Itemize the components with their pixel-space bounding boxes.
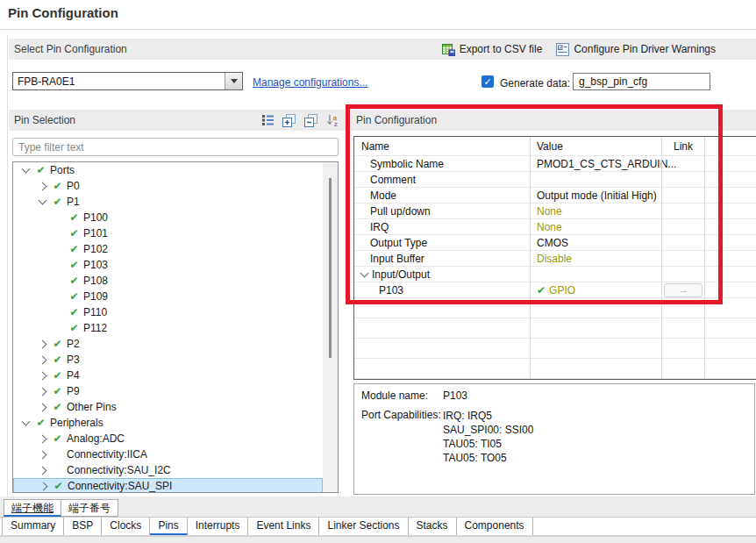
check-icon: ✔ (50, 433, 65, 444)
row-extra-cell (704, 219, 756, 234)
check-icon: ✔ (50, 402, 65, 412)
row-link-cell (661, 204, 704, 218)
tree-item-label: Analog:ADC (65, 432, 125, 445)
row-link-cell (661, 219, 704, 234)
tree-item-connectivity-sau-i2c[interactable]: Connectivity:SAU_I2C (13, 462, 323, 478)
tree-item-p0[interactable]: ✔P0 (13, 178, 323, 194)
tree-item-p4[interactable]: ✔P4 (13, 368, 323, 383)
tree-item-p2[interactable]: ✔P2 (13, 336, 323, 352)
section-label: Pin Selection (9, 114, 75, 126)
tab-pins[interactable]: Pins (150, 518, 187, 535)
row-value-cell[interactable]: None (530, 219, 661, 234)
expander (35, 468, 50, 474)
check-icon: ✔ (50, 181, 65, 191)
table-row-comment: Comment (354, 172, 756, 188)
tree-item-p1[interactable]: ✔P1 (13, 194, 323, 210)
tree-item-peripherals[interactable]: ✔Peripherals (13, 415, 323, 431)
row-value-cell[interactable]: Output mode (Initial High) (530, 188, 661, 203)
collapse-all-icon[interactable] (304, 114, 318, 127)
tree-item-other-pins[interactable]: ✔Other Pins (13, 399, 323, 415)
tree-item-p101[interactable]: ✔P101 (13, 225, 323, 241)
row-value-cell[interactable]: Disable (530, 251, 661, 266)
row-value-cell[interactable]: ✔GPIO (530, 282, 661, 297)
chevron-right-icon[interactable] (39, 355, 47, 364)
tab-interrupts[interactable]: Interrupts (188, 518, 249, 535)
row-value-cell[interactable]: None (530, 204, 661, 218)
tree-item-connectivity-sau-spi[interactable]: ✔Connectivity:SAU_SPI (13, 478, 323, 493)
tab-summary[interactable]: Summary (2, 518, 64, 535)
row-extra-cell (704, 339, 756, 358)
vertical-scrollbar[interactable] (323, 162, 338, 492)
port-capabilities-label: Port Capabilities: (361, 409, 441, 421)
chevron-right-icon[interactable] (39, 450, 47, 459)
check-icon: ✔ (50, 354, 65, 365)
tab-linker-sections[interactable]: Linker Sections (319, 518, 408, 535)
check-icon: ✔ (33, 418, 48, 428)
tree-item-analog-adc[interactable]: ✔Analog:ADC (13, 431, 323, 447)
generate-data-input[interactable] (573, 73, 710, 90)
manage-configurations-link[interactable]: Manage configurations... (253, 76, 367, 89)
sort-alphabetical-icon[interactable]: a z (326, 114, 340, 127)
tab-bsp[interactable]: BSP (64, 518, 102, 535)
expand-all-icon[interactable] (282, 114, 296, 127)
chevron-right-icon[interactable] (39, 403, 47, 411)
module-name-label: Module name: (361, 389, 428, 402)
tree-item-ports[interactable]: ✔Ports (13, 162, 323, 178)
tree-item-p110[interactable]: ✔P110 (13, 304, 323, 320)
chevron-right-icon[interactable] (39, 387, 47, 396)
row-value-cell[interactable] (530, 172, 661, 187)
tab-components[interactable]: Components (457, 518, 533, 535)
pin-selection-tree: ✔Ports✔P0✔P1✔P100✔P101✔P102✔P103✔P108✔P1… (12, 161, 339, 493)
tree-item-p108[interactable]: ✔P108 (13, 273, 323, 289)
row-name-label: P103 (379, 284, 403, 297)
section-toolbar: Export to CSV file Configure Pin Driver … (442, 43, 716, 56)
chevron-down-icon[interactable] (22, 165, 31, 174)
row-value-cell[interactable]: PMOD1_CS_CTS_ARDUIN... (530, 156, 661, 171)
view-menu-icon[interactable] (261, 114, 275, 126)
export-to-csv-button[interactable]: Export to CSV file (442, 43, 543, 56)
tree-item-p112[interactable]: ✔P112 (13, 320, 323, 336)
tree-item-p9[interactable]: ✔P9 (13, 383, 323, 399)
chevron-right-icon[interactable] (39, 466, 47, 475)
tree-item-p102[interactable]: ✔P102 (13, 241, 323, 257)
tree-item-p100[interactable]: ✔P100 (13, 210, 323, 225)
svg-text:z: z (334, 120, 338, 127)
expander (35, 373, 50, 379)
tab-stacks[interactable]: Stacks (409, 518, 457, 535)
scrollbar-thumb[interactable] (329, 178, 332, 358)
tree-filter-input[interactable] (12, 138, 339, 156)
configure-pin-driver-warnings-button[interactable]: Configure Pin Driver Warnings (556, 43, 716, 56)
tree-item-p103[interactable]: ✔P103 (13, 257, 323, 273)
tree-item-p109[interactable]: ✔P109 (13, 289, 323, 304)
row-link-cell (661, 318, 704, 338)
tree-item-connectivity-iica[interactable]: Connectivity:IICA (13, 447, 323, 462)
view-tab-[interactable]: 端子機能 (4, 499, 61, 517)
generate-data-checkbox[interactable]: ✓ (481, 75, 494, 88)
link-arrow-button[interactable]: → (664, 283, 703, 297)
chevron-right-icon[interactable] (39, 434, 47, 443)
check-icon: ✔ (67, 291, 82, 302)
chevron-down-icon[interactable] (360, 268, 369, 277)
row-value-text: None (537, 205, 562, 218)
configuration-combobox[interactable]: FPB-RA0E1 (12, 72, 243, 90)
table-row-input-buffer: Input BufferDisable (354, 251, 756, 267)
row-name-cell: Input/Output (354, 267, 530, 282)
chevron-right-icon[interactable] (39, 371, 47, 380)
expander (35, 357, 50, 363)
button-label: Configure Pin Driver Warnings (574, 43, 716, 55)
row-value-cell[interactable] (530, 267, 661, 282)
table-header-row: Name Value Link (354, 137, 756, 156)
tree-item-p3[interactable]: ✔P3 (13, 352, 323, 368)
row-name-cell: IRQ (354, 219, 530, 234)
chevron-down-icon[interactable] (39, 196, 47, 205)
tab-event-links[interactable]: Event Links (248, 518, 319, 535)
combobox-dropdown-button[interactable] (225, 73, 242, 89)
chevron-right-icon[interactable] (39, 339, 47, 348)
tab-clocks[interactable]: Clocks (102, 518, 150, 535)
chevron-down-icon[interactable] (22, 418, 31, 426)
chevron-right-icon[interactable] (39, 482, 48, 490)
view-tab-[interactable]: 端子番号 (61, 499, 118, 517)
chevron-down-icon (231, 79, 238, 83)
row-value-cell[interactable]: CMOS (530, 235, 661, 250)
chevron-right-icon[interactable] (39, 182, 47, 190)
